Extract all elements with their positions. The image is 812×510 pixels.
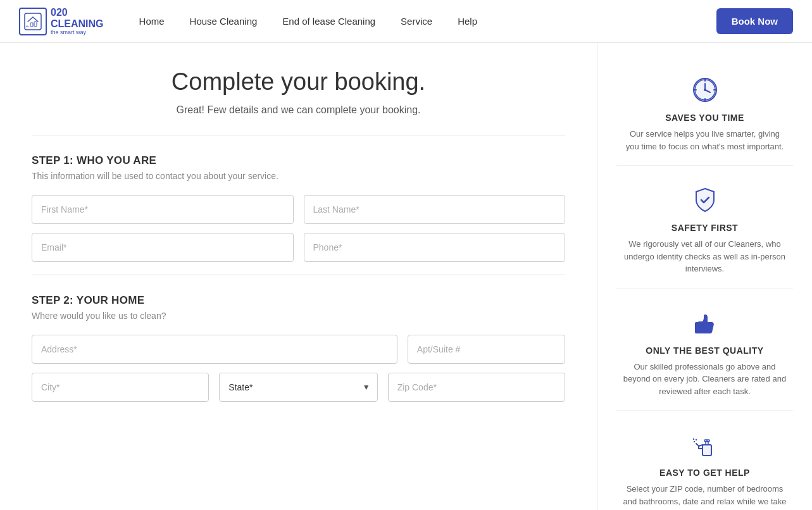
svg-rect-2 [34,22,37,27]
logo-text2: CLEANING [51,18,104,30]
step1-title: STEP 1: WHO YOU ARE [32,154,565,167]
contact-row [32,233,565,262]
state-select-wrapper: State* AL AK AZ CA CO FL GA NY TX ▼ [219,373,377,402]
feature-saves-time: SAVES YOU TIME Our service helps you liv… [616,62,793,166]
page-subtitle: Great! Few details and we can complete y… [32,104,565,116]
divider-top [32,135,565,135]
page-wrapper: Complete your booking. Great! Few detail… [0,43,812,510]
feature-easy-help: EASY TO GET HELP Select your ZIP code, n… [616,417,793,510]
book-now-button[interactable]: Book Now [716,8,793,34]
nav-item-home[interactable]: Home [129,11,175,32]
phone-input[interactable] [304,233,566,262]
first-name-input[interactable] [32,195,294,224]
feature-saves-time-desc: Our service helps you live smarter, givi… [623,128,787,152]
logo-sub: the smart way [51,29,104,35]
svg-rect-18 [704,440,709,442]
name-row [32,195,565,224]
navbar: 020 CLEANING the smart way Home House Cl… [0,0,812,43]
svg-point-14 [693,441,694,442]
nav-item-house-cleaning[interactable]: House Cleaning [180,11,268,32]
feature-safety-title: SAFETY FIRST [671,223,738,233]
nav-item-service[interactable]: Service [390,11,442,32]
feature-saves-time-title: SAVES YOU TIME [665,113,744,123]
logo-text: 020 [51,7,104,18]
address-input[interactable] [32,335,397,364]
feature-quality-title: ONLY THE BEST QUALITY [646,345,763,356]
city-input[interactable] [32,373,209,402]
svg-rect-0 [25,13,41,30]
thumbsup-icon [690,308,720,338]
zip-input[interactable] [388,373,565,402]
svg-point-7 [704,89,706,91]
nav-item-end-of-lease[interactable]: End of lease Cleaning [272,11,385,32]
step2-desc: Where would you like us to clean? [32,311,565,321]
divider-middle [32,275,565,275]
svg-rect-1 [30,23,33,27]
step2-section: STEP 2: YOUR HOME Where would you like u… [32,294,565,402]
step2-title: STEP 2: YOUR HOME [32,294,565,307]
page-title: Complete your booking. [32,68,565,96]
email-input[interactable] [32,233,294,262]
city-state-zip-row: State* AL AK AZ CA CO FL GA NY TX ▼ [32,373,565,402]
state-select[interactable]: State* AL AK AZ CA CO FL GA NY TX [219,373,377,402]
feature-safety-desc: We rigorously vet all of our Cleaners, w… [623,238,787,275]
svg-rect-13 [703,445,711,456]
main-content: Complete your booking. Great! Few detail… [0,43,597,510]
svg-rect-12 [695,322,699,333]
sidebar: SAVES YOU TIME Our service helps you liv… [597,43,812,510]
logo[interactable]: 020 CLEANING the smart way [19,7,104,35]
step1-section: STEP 1: WHO YOU ARE This information wil… [32,154,565,262]
feature-help-title: EASY TO GET HELP [659,468,750,478]
svg-point-15 [695,439,696,440]
nav-links: Home House Cleaning End of lease Cleanin… [129,8,793,34]
apt-input[interactable] [408,335,565,364]
step1-desc: This information will be used to contact… [32,171,565,181]
logo-icon [19,8,47,35]
feature-best-quality: ONLY THE BEST QUALITY Our skilled profes… [616,295,793,411]
clock-icon [690,75,720,105]
feature-help-desc: Select your ZIP code, number of bedrooms… [623,483,787,510]
spray-icon [690,430,720,460]
address-row [32,335,565,364]
nav-item-help[interactable]: Help [447,11,487,32]
feature-safety-first: SAFETY FIRST We rigorously vet all of ou… [616,172,793,289]
feature-quality-desc: Our skilled professionals go above and b… [623,361,787,398]
last-name-input[interactable] [304,195,566,224]
svg-point-16 [692,438,694,440]
shield-icon [690,185,720,215]
